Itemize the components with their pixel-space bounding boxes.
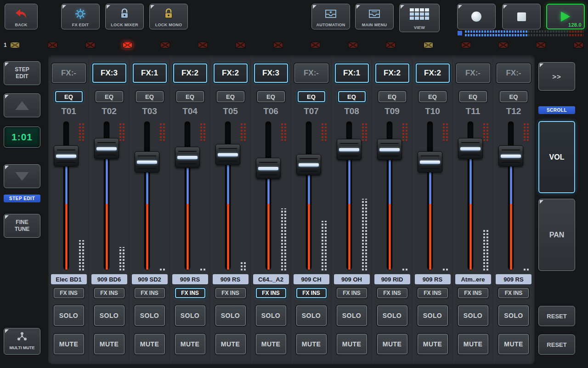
pad-indicator-8[interactable]: [273, 42, 283, 48]
automation-button[interactable]: AUTOMATION: [311, 4, 350, 29]
mute-button[interactable]: MUTE: [337, 334, 367, 354]
eq-button[interactable]: EQ: [176, 91, 204, 102]
track-name-label[interactable]: 909 RID: [374, 274, 410, 284]
fader-handle[interactable]: [135, 151, 159, 172]
fx-slot-button[interactable]: FX:-: [497, 63, 531, 83]
step-edit-button[interactable]: STEP EDIT: [4, 61, 40, 85]
fx-insert-button[interactable]: FX INS: [94, 288, 124, 298]
step-down-button[interactable]: [4, 164, 40, 188]
mute-button[interactable]: MUTE: [94, 334, 124, 354]
view-button[interactable]: VIEW: [399, 4, 440, 32]
fx-insert-button[interactable]: FX INS: [54, 288, 84, 298]
solo-button[interactable]: SOLO: [256, 305, 286, 326]
solo-button[interactable]: SOLO: [296, 305, 327, 326]
fx-slot-button[interactable]: FX:2: [173, 63, 207, 83]
track-name-label[interactable]: C64.._A2: [253, 274, 289, 284]
mute-button[interactable]: MUTE: [175, 334, 205, 354]
mute-button[interactable]: MUTE: [498, 334, 529, 354]
fx-insert-button[interactable]: FX INS: [215, 288, 246, 298]
mute-button[interactable]: MUTE: [215, 334, 246, 354]
eq-button[interactable]: EQ: [217, 91, 244, 102]
fine-tune-button[interactable]: FINE TUNE: [4, 214, 40, 238]
mute-button[interactable]: MUTE: [296, 334, 327, 354]
fx-insert-button[interactable]: FX INS: [135, 288, 165, 298]
solo-button[interactable]: SOLO: [215, 305, 246, 326]
fx-insert-button[interactable]: FX INS: [418, 288, 448, 298]
fader-handle[interactable]: [377, 139, 402, 160]
fx-slot-button[interactable]: FX:3: [254, 63, 288, 83]
record-button[interactable]: [457, 4, 496, 29]
track-name-label[interactable]: 909 SD2: [132, 274, 168, 284]
fx-slot-button[interactable]: FX:2: [214, 63, 248, 83]
pad-indicator-15[interactable]: [536, 42, 546, 48]
fx-slot-button[interactable]: FX:-: [294, 63, 328, 83]
fader-handle[interactable]: [418, 151, 442, 172]
fx-insert-button[interactable]: FX INS: [377, 288, 407, 298]
position-display[interactable]: 1:01: [4, 126, 40, 148]
solo-button[interactable]: SOLO: [377, 305, 407, 326]
fx-insert-button[interactable]: FX INS: [175, 288, 205, 298]
fx-edit-button[interactable]: FX EDIT: [61, 4, 100, 29]
eq-button[interactable]: EQ: [257, 91, 285, 102]
multi-mute-button[interactable]: MULTI MUTE: [4, 328, 40, 355]
pad-indicator-5[interactable]: [160, 42, 170, 48]
solo-button[interactable]: SOLO: [175, 305, 205, 326]
pad-indicator-9[interactable]: [311, 42, 320, 48]
solo-button[interactable]: SOLO: [135, 305, 165, 326]
eq-button[interactable]: EQ: [96, 91, 123, 102]
track-name-label[interactable]: 909 RS: [213, 274, 249, 284]
track-name-label[interactable]: Elec BD1: [51, 274, 87, 284]
stop-button[interactable]: [502, 4, 541, 29]
track-name-label[interactable]: 909 OH: [334, 274, 370, 284]
pad-indicator-1[interactable]: [10, 42, 20, 48]
solo-button[interactable]: SOLO: [94, 305, 124, 326]
track-name-label[interactable]: 909 RS: [172, 274, 208, 284]
solo-button[interactable]: SOLO: [337, 305, 367, 326]
track-name-label[interactable]: Atm..ere: [455, 274, 491, 284]
mute-button[interactable]: MUTE: [256, 334, 286, 354]
lock-mixer-button[interactable]: LOCK MIXER: [105, 4, 144, 29]
play-button[interactable]: 128.0: [546, 4, 585, 29]
fader-handle[interactable]: [54, 145, 79, 167]
track-name-label[interactable]: 909 CH: [294, 274, 329, 284]
fader-handle[interactable]: [94, 138, 119, 159]
fx-slot-button[interactable]: FX:3: [92, 63, 126, 83]
pad-indicator-3[interactable]: [85, 42, 95, 48]
fx-slot-button[interactable]: FX:2: [375, 63, 409, 83]
track-name-label[interactable]: 909 RS: [415, 274, 451, 284]
fx-slot-button[interactable]: FX:1: [335, 63, 369, 83]
lock-mono-button[interactable]: LOCK MONO: [149, 4, 188, 29]
fx-insert-button[interactable]: FX INS: [458, 288, 488, 298]
eq-button[interactable]: EQ: [338, 91, 366, 102]
mute-button[interactable]: MUTE: [54, 334, 84, 354]
main-menu-button[interactable]: MAIN MENU: [355, 4, 394, 29]
eq-button[interactable]: EQ: [379, 91, 406, 102]
back-button[interactable]: BACK: [5, 4, 38, 29]
pad-indicator-7[interactable]: [236, 42, 245, 48]
pad-indicator-14[interactable]: [498, 42, 508, 48]
solo-button[interactable]: SOLO: [498, 305, 529, 326]
pad-indicator-6[interactable]: [198, 42, 208, 48]
eq-button[interactable]: EQ: [298, 91, 325, 102]
fader-handle[interactable]: [256, 158, 281, 179]
fx-slot-button[interactable]: FX:-: [456, 63, 490, 83]
eq-button[interactable]: EQ: [500, 91, 527, 102]
solo-button[interactable]: SOLO: [418, 305, 448, 326]
eq-button[interactable]: EQ: [419, 91, 447, 102]
pad-indicator-11[interactable]: [386, 42, 396, 48]
pad-indicator-2[interactable]: [48, 42, 57, 48]
fader-handle[interactable]: [215, 144, 240, 165]
mute-button[interactable]: MUTE: [458, 334, 488, 354]
fader-handle[interactable]: [458, 138, 483, 159]
fx-slot-button[interactable]: FX:-: [52, 63, 86, 83]
reset-solo-button[interactable]: RESET: [538, 306, 575, 326]
fx-insert-button[interactable]: FX INS: [256, 288, 286, 298]
fader-handle[interactable]: [337, 139, 362, 160]
mute-button[interactable]: MUTE: [377, 334, 407, 354]
fx-slot-button[interactable]: FX:1: [133, 63, 167, 83]
reset-mute-button[interactable]: RESET: [538, 334, 575, 355]
step-up-button[interactable]: [4, 93, 40, 117]
eq-button[interactable]: EQ: [136, 91, 164, 102]
mute-button[interactable]: MUTE: [135, 334, 165, 354]
pan-mode-button[interactable]: PAN: [538, 199, 575, 271]
